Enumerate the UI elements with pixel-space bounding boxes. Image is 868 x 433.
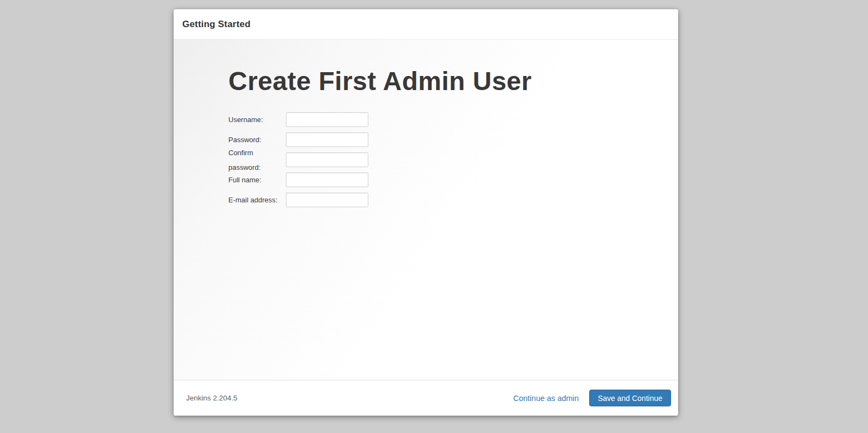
- setup-wizard-dialog: Getting Started Create First Admin User …: [174, 9, 678, 416]
- admin-user-form: Username: Password: Confirm password: Fu…: [228, 112, 678, 207]
- username-input[interactable]: [286, 112, 368, 127]
- email-input[interactable]: [286, 193, 368, 207]
- form-row-full-name: Full name:: [228, 173, 678, 187]
- wizard-footer: Jenkins 2.204.5 Continue as admin Save a…: [174, 380, 678, 416]
- page-background: { "header": { "title": "Getting Started"…: [0, 0, 868, 433]
- confirm-password-input[interactable]: [286, 152, 368, 167]
- form-row-confirm-password: Confirm password:: [228, 152, 678, 167]
- wizard-header-title: Getting Started: [182, 19, 251, 30]
- full-name-label: Full name:: [228, 173, 286, 187]
- form-row-email: E-mail address:: [228, 193, 678, 207]
- username-label: Username:: [228, 112, 286, 127]
- jenkins-version: Jenkins 2.204.5: [186, 394, 238, 402]
- password-input[interactable]: [286, 132, 368, 147]
- page-title: Create First Admin User: [228, 66, 678, 97]
- email-label: E-mail address:: [228, 193, 286, 207]
- form-row-username: Username:: [228, 112, 678, 127]
- wizard-header: Getting Started: [174, 9, 678, 40]
- continue-as-admin-link[interactable]: Continue as admin: [513, 394, 579, 403]
- confirm-password-label: Confirm password:: [228, 145, 286, 175]
- wizard-content: Create First Admin User Username: Passwo…: [174, 40, 678, 380]
- form-row-password: Password:: [228, 132, 678, 147]
- save-and-continue-button[interactable]: Save and Continue: [589, 390, 671, 406]
- full-name-input[interactable]: [286, 173, 368, 187]
